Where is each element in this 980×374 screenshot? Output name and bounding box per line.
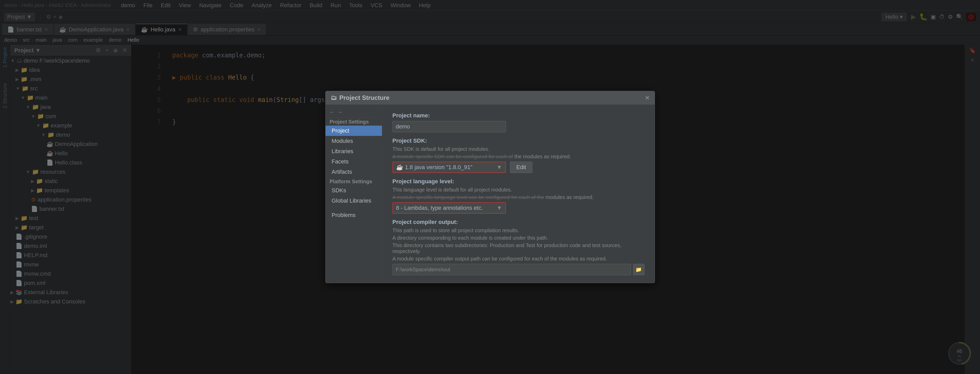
sdk-select[interactable]: ☕ 1.8 java version "1.8.0_91" ▼: [393, 162, 506, 173]
nav-item-artifacts[interactable]: Artifacts: [326, 167, 382, 177]
modal-sidebar: ← → Project Settings Project Modules Lib…: [326, 105, 382, 283]
modal-back-button[interactable]: ←: [330, 109, 335, 115]
nav-item-sdks[interactable]: SDKs: [326, 185, 382, 196]
sdk-desc-2: A module-specific SDK can be configured …: [393, 154, 644, 160]
compiler-desc-3: This directory contains two subdirectori…: [393, 242, 644, 254]
modal-content: Project name: Project SDK: This SDK is d…: [382, 105, 655, 283]
modal-title-bar: 🗂 Project Structure ×: [326, 91, 655, 105]
lang-desc-2: A module-specific language level can be …: [393, 194, 644, 200]
modal-nav-bar: ← →: [326, 107, 382, 117]
lang-level-select[interactable]: 8 - Lambdas, type annotations etc. ▼: [393, 202, 506, 214]
modal-overlay[interactable]: 🗂 Project Structure × ← → Project Settin…: [0, 0, 980, 374]
sdk-dropdown-arrow: ▼: [496, 164, 502, 171]
nav-item-project[interactable]: Project: [326, 125, 382, 136]
compiler-desc-4: A module specific compiler output path c…: [393, 256, 644, 262]
modal-icon: 🗂: [331, 94, 337, 101]
sdk-edit-button[interactable]: Edit: [510, 162, 533, 173]
nav-item-modules[interactable]: Modules: [326, 136, 382, 146]
compiler-output-label: Project compiler output:: [393, 219, 644, 225]
compiler-output-folder-button[interactable]: 📁: [633, 264, 644, 275]
nav-item-global-libraries[interactable]: Global Libraries: [326, 196, 382, 206]
sdk-desc-1: This SDK is default for all project modu…: [393, 146, 644, 152]
nav-item-problems[interactable]: Problems: [326, 210, 382, 220]
compiler-desc-2: A directory corresponding to each module…: [393, 235, 644, 241]
project-structure-dialog: 🗂 Project Structure × ← → Project Settin…: [325, 91, 655, 283]
sdk-desc-strikethrough: A module-specific SDK can be configured …: [393, 154, 513, 159]
modal-forward-button[interactable]: →: [337, 109, 342, 115]
lang-desc-1: This language level is default for all p…: [393, 187, 644, 193]
platform-settings-section: Platform Settings: [326, 177, 382, 185]
modal-body: ← → Project Settings Project Modules Lib…: [326, 105, 655, 283]
sdk-value: 1.8 java version "1.8.0_91": [405, 164, 496, 171]
nav-item-facets[interactable]: Facets: [326, 157, 382, 167]
lang-value: 8 - Lambdas, type annotations etc.: [396, 204, 496, 211]
project-settings-section: Project Settings: [326, 117, 382, 125]
project-sdk-label: Project SDK:: [393, 138, 644, 144]
modal-close-button[interactable]: ×: [645, 94, 649, 102]
compiler-output-input[interactable]: [393, 264, 631, 275]
lang-desc-strikethrough: A module-specific language level can be …: [393, 194, 544, 200]
sdk-icon: ☕: [396, 164, 403, 171]
project-name-input[interactable]: [393, 121, 506, 132]
compiler-desc-1: This path is used to store all project c…: [393, 228, 644, 233]
lang-level-label: Project language level:: [393, 178, 644, 185]
lang-dropdown-arrow: ▼: [496, 204, 502, 211]
modal-title: Project Structure: [339, 94, 390, 101]
nav-item-libraries[interactable]: Libraries: [326, 146, 382, 157]
project-name-label: Project name:: [393, 112, 644, 119]
